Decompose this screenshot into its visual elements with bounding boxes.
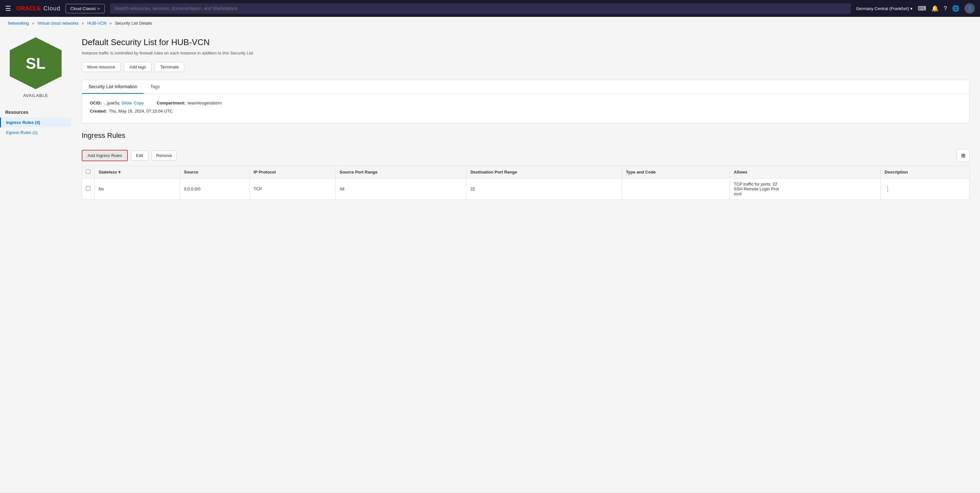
breadcrumb-virtual-cloud-networks[interactable]: Virtual cloud networks [38,21,79,25]
info-row-ocid: OCID: ...jyak5q Show Copy Compartment: I… [90,100,961,105]
tab-security-list-information[interactable]: Security List Information [82,80,144,94]
nav-right-controls: Germany Central (Frankfurt) ▾ ⌨ 🔔 ? 🌐 👤 [856,3,975,14]
help-icon[interactable]: ? [944,5,947,12]
table-row: No 0.0.0.0/0 TCP All 22 [82,178,970,200]
resource-hexagon-icon: SL [10,37,62,89]
th-type-and-code: Type and Code [622,166,730,178]
breadcrumb: Networking » Virtual cloud networks » HU… [0,17,980,30]
sidebar-item-ingress-rules[interactable]: Ingress Rules (4) [0,118,72,127]
table-header-row: Stateless ▾ Source IP Protocol Source Po… [82,166,970,178]
breadcrumb-networking[interactable]: Networking [8,21,29,25]
top-navigation: ☰ ORACLE Cloud Cloud Classic > Germany C… [0,0,980,17]
edit-button[interactable]: Edit [131,151,148,161]
row-allows-cell: TCP traffic for ports: 22 SSH Remote Log… [730,178,880,200]
th-destination-port-range: Destination Port Range [466,166,622,178]
region-chevron-icon: ▾ [910,6,913,11]
region-selector[interactable]: Germany Central (Frankfurt) ▾ [856,6,913,11]
row-destination-port-range-cell: 22 [466,178,622,200]
resources-section-label: Resources [0,103,72,118]
table-config-icon: ⊞ [961,153,966,159]
row-more-actions-icon[interactable]: ⋮ [885,186,891,192]
ocid-copy-link[interactable]: Copy [134,100,144,105]
ocid-field: OCID: ...jyak5q Show Copy [90,100,144,105]
region-label: Germany Central (Frankfurt) [856,6,909,11]
resource-initials: SL [25,54,45,72]
move-resource-button[interactable]: Move resource [82,62,121,72]
row-select-checkbox[interactable] [86,186,91,191]
row-source-port-range-value: All [339,186,344,191]
resource-status-badge: AVAILABLE [23,93,48,98]
ingress-rules-section-title: Ingress Rules [82,131,970,140]
breadcrumb-separator-1: » [32,21,34,25]
th-allows: Allows [730,166,880,178]
tabs-panel: Security List Information Tags OCID: ...… [82,80,970,124]
destination-port-range-header-label: Destination Port Range [471,170,517,175]
ingress-rules-link[interactable]: Ingress Rules (4) [6,120,40,125]
ocid-label: OCID: [90,100,102,105]
ocid-show-link[interactable]: Show [121,100,132,105]
cloud-brand-text: Cloud [43,5,60,12]
compartment-field: Compartment: IwanHoogendoorn [157,100,222,105]
user-icon: 👤 [967,6,972,11]
row-source-port-range-cell: All [336,178,466,200]
row-checkbox-cell [82,178,95,200]
terminal-icon[interactable]: ⌨ [918,5,926,12]
allows-header-label: Allows [734,170,748,175]
add-ingress-rules-button[interactable]: Add Ingress Rules [82,150,128,161]
stateless-header-label: Stateless ▾ [99,170,121,175]
cloud-classic-button[interactable]: Cloud Classic > [65,4,105,13]
th-stateless[interactable]: Stateless ▾ [95,166,180,178]
row-ip-protocol-value: TCP [254,186,262,191]
th-source: Source [180,166,250,178]
description-header-label: Description [885,170,908,175]
user-avatar[interactable]: 👤 [964,3,975,14]
th-description: Description [880,166,969,178]
egress-rules-link[interactable]: Egress Rules (1) [6,130,38,135]
row-ip-protocol-cell: TCP [250,178,336,200]
ocid-value: ...jyak5q [104,100,119,105]
select-all-header [82,166,95,178]
ip-protocol-header-label: IP Protocol [254,170,276,175]
table-toolbar: Add Ingress Rules Edit Remove ⊞ [82,145,970,166]
terminate-button[interactable]: Terminate [155,62,184,72]
row-allows-value: TCP traffic for ports: 22 SSH Remote Log… [734,181,779,196]
row-description-cell: ⋮ [880,178,969,200]
tab-tags[interactable]: Tags [144,80,166,94]
type-and-code-header-label: Type and Code [626,170,656,175]
row-destination-port-range-value: 22 [471,186,475,191]
created-value: Thu, May 16, 2024, 07:15:04 UTC [109,109,173,113]
row-type-and-code-cell [622,178,730,200]
hamburger-menu-icon[interactable]: ☰ [5,5,11,12]
source-port-range-header-label: Source Port Range [339,170,377,175]
row-source-value: 0.0.0.0/0 [184,186,200,191]
created-label: Created: [90,109,107,113]
content-area: Default Security List for HUB-VCN Instan… [72,30,980,493]
remove-button[interactable]: Remove [151,151,177,161]
search-input[interactable] [110,3,851,14]
page-subtitle: Instance traffic is controlled by firewa… [82,51,970,56]
row-stateless-value: No [99,186,104,191]
tabs-header: Security List Information Tags [82,80,969,94]
info-row-created: Created: Thu, May 16, 2024, 07:15:04 UTC [90,109,961,113]
globe-icon[interactable]: 🌐 [952,5,959,12]
page-title: Default Security List for HUB-VCN [82,37,970,47]
row-stateless-cell: No [95,178,180,200]
breadcrumb-separator-3: » [110,21,112,25]
th-ip-protocol: IP Protocol [250,166,336,178]
row-source-cell: 0.0.0.0/0 [180,178,250,200]
bell-icon[interactable]: 🔔 [931,5,939,12]
table-config-button[interactable]: ⊞ [957,149,970,162]
main-layout: SL AVAILABLE Resources Ingress Rules (4)… [0,30,980,493]
resource-icon-section: SL AVAILABLE [0,37,72,103]
add-tags-button[interactable]: Add tags [124,62,151,72]
tabs-content: OCID: ...jyak5q Show Copy Compartment: I… [82,94,969,123]
breadcrumb-current-page: Security List Details [115,21,152,25]
source-header-label: Source [184,170,198,175]
breadcrumb-hub-vcn[interactable]: HUB-VCN [87,21,107,25]
sidebar-item-egress-rules[interactable]: Egress Rules (1) [0,127,72,138]
action-buttons-row: Move resource Add tags Terminate [82,62,970,72]
ingress-rules-table: Stateless ▾ Source IP Protocol Source Po… [82,166,970,200]
breadcrumb-separator-2: » [82,21,84,25]
th-source-port-range: Source Port Range [336,166,466,178]
select-all-checkbox[interactable] [86,169,91,174]
